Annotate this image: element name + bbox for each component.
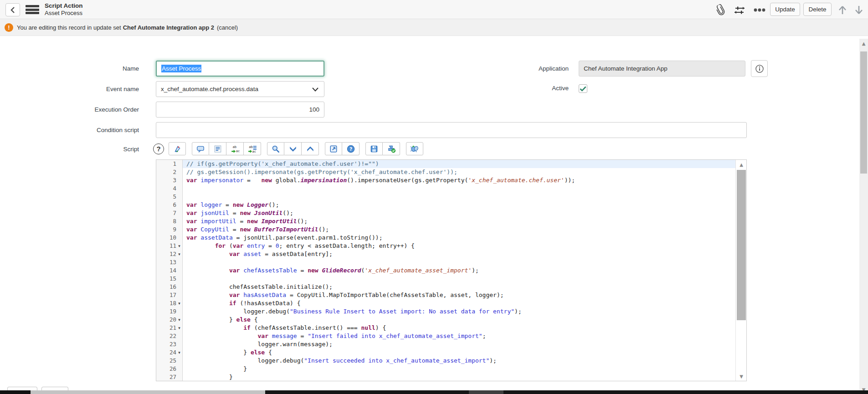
code-line[interactable]: 17 var hasAssetData = CopyUtil.MapToImpo…: [156, 291, 746, 299]
svg-text:ac: ac: [252, 149, 256, 153]
event-name-select[interactable]: x_chef_automate.chef.process.data: [156, 81, 324, 97]
uncomment-code-icon: [214, 145, 222, 153]
script-help-icon[interactable]: ?: [153, 143, 164, 154]
page-scroll-up-icon[interactable]: ▲: [859, 40, 868, 47]
code-line[interactable]: 4: [156, 184, 746, 193]
line-number-gutter: 17: [156, 291, 183, 299]
code-text: var asset = assetData[entry];: [183, 250, 746, 258]
editor-scroll-down-icon[interactable]: ▼: [736, 373, 747, 380]
line-number-gutter: 19: [156, 307, 183, 316]
code-line[interactable]: 26 }: [156, 365, 746, 373]
code-line[interactable]: 5: [156, 193, 746, 201]
active-checkbox[interactable]: [579, 84, 587, 93]
attachment-button[interactable]: [714, 4, 726, 16]
format-code-button[interactable]: [169, 142, 186, 155]
bottom-strip: [0, 390, 868, 394]
save-button[interactable]: [365, 142, 383, 155]
previous-record-button[interactable]: [837, 4, 848, 16]
save-icon: [370, 145, 378, 153]
line-number-gutter: 25: [156, 357, 183, 365]
code-line[interactable]: 20▾ } else {: [156, 316, 746, 324]
code-line[interactable]: 3var impersonator = new global.impersina…: [156, 176, 746, 184]
application-info-button[interactable]: [751, 60, 768, 77]
code-line[interactable]: 24▾ } else {: [156, 348, 746, 357]
code-line[interactable]: 25 logger.debug("Insert succeeded into x…: [156, 357, 746, 365]
line-number: 17: [169, 291, 176, 299]
code-line[interactable]: 12▾ var asset = assetData[entry];: [156, 250, 746, 258]
find-next-button[interactable]: [284, 142, 302, 155]
form-sliders-button[interactable]: [734, 4, 745, 16]
editor-scrollbar-thumb[interactable]: [737, 170, 746, 320]
delete-button[interactable]: Delete: [803, 3, 832, 16]
code-line[interactable]: 2// gs.getSession().impersonate(gs.getPr…: [156, 168, 746, 176]
code-line[interactable]: 11▾ for (var entry = 0; entry < assetDat…: [156, 242, 746, 250]
fold-arrow-icon[interactable]: ▾: [176, 242, 182, 250]
code-line[interactable]: 7var jsonUtil = new JsonUtil();: [156, 209, 746, 217]
code-line[interactable]: 21▾ if (chefAssetsTable.insert() === nul…: [156, 324, 746, 332]
update-button[interactable]: Update: [770, 3, 800, 16]
line-number-gutter: 5: [156, 193, 183, 201]
execution-order-input[interactable]: 100: [156, 102, 324, 118]
code-line[interactable]: 23 logger.warn(message);: [156, 340, 746, 348]
code-line[interactable]: 13: [156, 258, 746, 266]
uncomment-code-button[interactable]: [209, 142, 226, 155]
fold-arrow-icon[interactable]: ▾: [176, 250, 182, 258]
fold-arrow-icon[interactable]: ▾: [176, 316, 182, 324]
editor-scroll-up-icon[interactable]: ▲: [736, 161, 747, 168]
full-screen-button[interactable]: [325, 142, 342, 155]
comment-code-button[interactable]: [192, 142, 209, 155]
fold-arrow-icon[interactable]: ▾: [176, 299, 182, 307]
code-line[interactable]: 18▾ if (!hasAssetData) {: [156, 299, 746, 307]
code-line[interactable]: 16 chefAssetsTable.initialize();: [156, 283, 746, 291]
code-line[interactable]: 10var assetData = jsonUtil.parse(event.p…: [156, 234, 746, 242]
editor-help-button[interactable]: ?: [342, 142, 360, 155]
code-line[interactable]: 9var CopyUtil = new BufferToImportUtil()…: [156, 225, 746, 234]
code-line[interactable]: 15: [156, 275, 746, 283]
line-number: 10: [169, 234, 176, 242]
application-value: Chef Automate Integration App: [584, 65, 668, 72]
script-code-editor[interactable]: 1// if(gs.getProperty('x_chef_automate.c…: [156, 159, 747, 381]
name-label: Name: [21, 65, 139, 72]
fold-arrow-icon[interactable]: ▾: [176, 348, 182, 357]
code-line[interactable]: 14 var chefAssetsTable = new GlideRecord…: [156, 266, 746, 275]
code-text: } else {: [183, 316, 746, 324]
line-number: 22: [169, 332, 176, 340]
fold-arrow-icon[interactable]: ▾: [176, 324, 182, 332]
code-line[interactable]: 1// if(gs.getProperty('x_chef_automate.c…: [156, 160, 746, 168]
editor-scrollbar[interactable]: ▲ ▼: [735, 160, 746, 381]
line-number-gutter: 3: [156, 176, 183, 184]
menu-icon[interactable]: [26, 5, 39, 14]
infobar-message: You are editing this record in update se…: [17, 24, 121, 31]
code-line[interactable]: 22 var message = "Insert failed into x_c…: [156, 332, 746, 340]
page-scrollbar[interactable]: ▲ ▼: [859, 39, 868, 394]
cancel-update-set-link[interactable]: (cancel): [217, 24, 238, 31]
line-number: 3: [173, 176, 176, 184]
code-text: logger.warn(message);: [183, 340, 746, 348]
next-record-button[interactable]: [853, 4, 865, 16]
name-input[interactable]: Asset Process: [156, 61, 324, 77]
code-line[interactable]: 8var importUtil = new ImportUtil();: [156, 217, 746, 225]
back-button[interactable]: [5, 3, 20, 16]
comment-code-icon: [196, 145, 205, 153]
line-number: 24: [169, 348, 176, 357]
more-options-button[interactable]: [752, 4, 767, 16]
code-line[interactable]: 6var logger = new Logger();: [156, 201, 746, 209]
syntax-check-button[interactable]: [383, 142, 400, 155]
code-line[interactable]: 27 }: [156, 373, 746, 381]
line-number: 6: [173, 201, 176, 209]
find-previous-button[interactable]: [302, 142, 319, 155]
line-number: 21: [169, 324, 176, 332]
condition-script-input[interactable]: [156, 122, 747, 138]
replace-button[interactable]: abac: [226, 142, 244, 155]
replace-all-button[interactable]: abac: [244, 142, 261, 155]
script-toolbar: ? abacabac?: [153, 142, 429, 156]
search-button[interactable]: [267, 142, 284, 155]
line-number-gutter: 1: [156, 160, 183, 168]
line-number: 27: [169, 373, 176, 381]
line-number-gutter: 12▾: [156, 250, 183, 258]
line-number: 8: [173, 217, 176, 225]
find-previous-icon: [306, 146, 314, 152]
debug-button[interactable]: [406, 142, 423, 155]
page-scrollbar-thumb[interactable]: [860, 51, 867, 174]
code-line[interactable]: 19 logger.debug("Business Rule Insert to…: [156, 307, 746, 316]
